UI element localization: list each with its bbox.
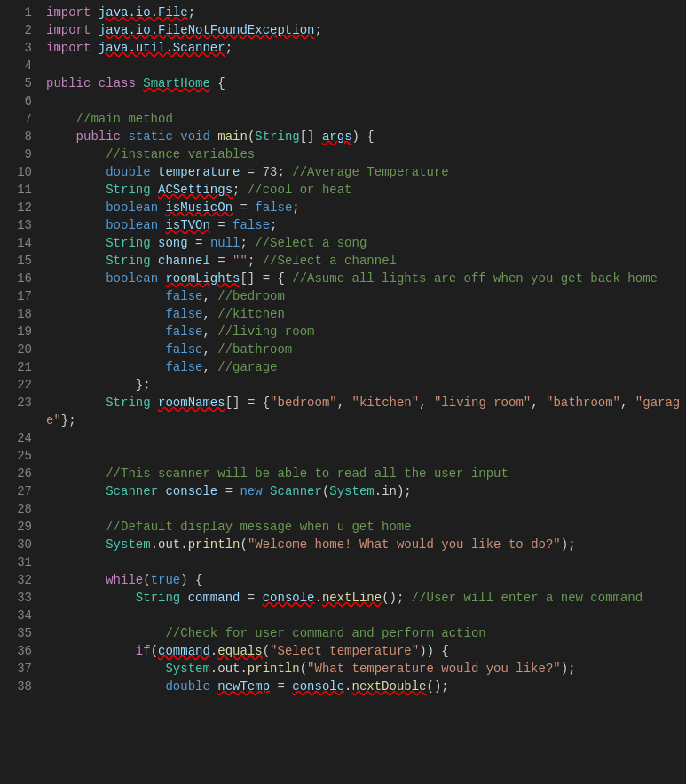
line-number: 10	[0, 163, 43, 181]
code-line: 6	[0, 92, 686, 110]
line-content: //instance variables	[43, 145, 686, 163]
line-content: boolean isTVOn = false;	[43, 216, 686, 234]
line-number: 28	[0, 500, 43, 518]
line-number: 6	[0, 92, 43, 110]
line-content: if(command.equals("Select temperature"))…	[43, 642, 686, 660]
line-content	[43, 553, 686, 571]
line-number: 15	[0, 252, 43, 270]
code-line: 34	[0, 607, 686, 624]
line-number: 24	[0, 429, 43, 447]
line-content: System.out.println("Welcome home! What w…	[43, 536, 686, 553]
line-number: 3	[0, 39, 43, 57]
line-number: 17	[0, 287, 43, 305]
line-content: false, //bathroom	[43, 341, 686, 358]
line-content	[43, 500, 686, 518]
line-content: String ACSettings; //cool or heat	[43, 181, 686, 199]
line-content	[43, 429, 686, 447]
line-content: boolean isMusicOn = false;	[43, 199, 686, 216]
code-line: 2import java.io.FileNotFoundException;	[0, 21, 686, 39]
line-number: 20	[0, 341, 43, 358]
line-number: 16	[0, 270, 43, 287]
line-content: //This scanner will be able to read all …	[43, 465, 686, 482]
code-line: 35 //Check for user command and perform …	[0, 624, 686, 642]
line-number: 25	[0, 447, 43, 465]
line-number: 27	[0, 482, 43, 500]
line-number: 26	[0, 465, 43, 482]
line-number: 8	[0, 128, 43, 145]
line-content: false, //bedroom	[43, 287, 686, 305]
code-line: 3import java.util.Scanner;	[0, 39, 686, 57]
code-line: 5public class SmartHome {	[0, 74, 686, 92]
line-content: String command = console.nextLine(); //U…	[43, 589, 686, 607]
line-number: 9	[0, 145, 43, 163]
code-line: 19 false, //living room	[0, 323, 686, 341]
line-content	[43, 607, 686, 624]
line-number: 37	[0, 660, 43, 678]
line-content: System.out.println("What temperature wou…	[43, 660, 686, 678]
line-number: 30	[0, 536, 43, 553]
line-content: false, //living room	[43, 323, 686, 341]
code-line: 32 while(true) {	[0, 571, 686, 589]
line-content: boolean roomLights[] = { //Asume all lig…	[43, 270, 686, 287]
line-number: 31	[0, 553, 43, 571]
code-line: 14 String song = null; //Select a song	[0, 234, 686, 252]
line-number: 33	[0, 589, 43, 607]
line-number: 14	[0, 234, 43, 252]
code-line: 13 boolean isTVOn = false;	[0, 216, 686, 234]
line-content	[43, 92, 686, 110]
code-line: 18 false, //kitchen	[0, 305, 686, 323]
code-line: 4	[0, 57, 686, 74]
line-content: import java.util.Scanner;	[43, 39, 686, 57]
code-line: 26 //This scanner will be able to read a…	[0, 465, 686, 482]
line-number: 35	[0, 624, 43, 642]
line-content: import java.io.FileNotFoundException;	[43, 21, 686, 39]
line-content: double temperature = 73; //Average Tempe…	[43, 163, 686, 181]
code-line: 7 //main method	[0, 110, 686, 128]
code-line: 17 false, //bedroom	[0, 287, 686, 305]
line-number: 1	[0, 4, 43, 21]
line-number: 38	[0, 678, 43, 695]
line-number: 11	[0, 181, 43, 199]
code-line: 10 double temperature = 73; //Average Te…	[0, 163, 686, 181]
code-line: 25	[0, 447, 686, 465]
code-line: 21 false, //garage	[0, 358, 686, 376]
line-number: 2	[0, 21, 43, 39]
line-content: public class SmartHome {	[43, 74, 686, 92]
code-line: 24	[0, 429, 686, 447]
line-content: String roomNames[] = {"bedroom", "kitche…	[43, 394, 686, 429]
code-line: 31	[0, 553, 686, 571]
code-editor: 1import java.io.File;2import java.io.Fil…	[0, 0, 686, 699]
code-line: 20 false, //bathroom	[0, 341, 686, 358]
line-content: String song = null; //Select a song	[43, 234, 686, 252]
line-number: 7	[0, 110, 43, 128]
line-number: 23	[0, 394, 43, 429]
line-content	[43, 57, 686, 74]
line-content: //Default display message when u get hom…	[43, 518, 686, 536]
code-line: 16 boolean roomLights[] = { //Asume all …	[0, 270, 686, 287]
line-content: public static void main(String[] args) {	[43, 128, 686, 145]
code-line: 30 System.out.println("Welcome home! Wha…	[0, 536, 686, 553]
line-content: Scanner console = new Scanner(System.in)…	[43, 482, 686, 500]
line-number: 4	[0, 57, 43, 74]
code-line: 8 public static void main(String[] args)…	[0, 128, 686, 145]
line-number: 29	[0, 518, 43, 536]
code-line: 11 String ACSettings; //cool or heat	[0, 181, 686, 199]
line-number: 13	[0, 216, 43, 234]
code-line: 1import java.io.File;	[0, 4, 686, 21]
line-content: false, //garage	[43, 358, 686, 376]
line-content: };	[43, 376, 686, 394]
line-number: 12	[0, 199, 43, 216]
line-number: 19	[0, 323, 43, 341]
line-number: 34	[0, 607, 43, 624]
line-number: 21	[0, 358, 43, 376]
line-number: 22	[0, 376, 43, 394]
code-line: 28	[0, 500, 686, 518]
line-number: 32	[0, 571, 43, 589]
code-line: 22 };	[0, 376, 686, 394]
line-content: //main method	[43, 110, 686, 128]
line-content: false, //kitchen	[43, 305, 686, 323]
code-line: 38 double newTemp = console.nextDouble()…	[0, 678, 686, 695]
line-number: 18	[0, 305, 43, 323]
line-content: import java.io.File;	[43, 4, 686, 21]
line-content: //Check for user command and perform act…	[43, 624, 686, 642]
